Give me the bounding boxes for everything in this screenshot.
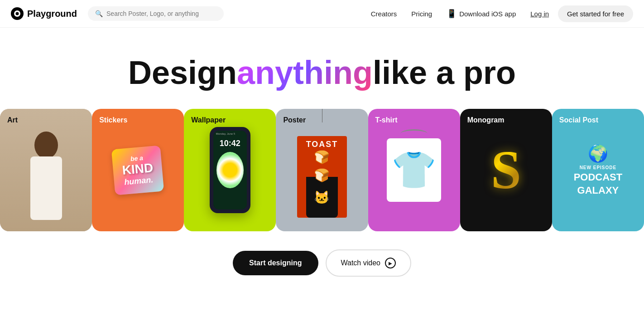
card-monogram[interactable]: Monogram S xyxy=(460,109,552,231)
hero-word-anything: anything xyxy=(237,54,373,91)
tshirt-icon: 👕 xyxy=(391,152,437,188)
watch-label: Watch video xyxy=(341,259,380,267)
logo-text: Playground xyxy=(27,9,77,19)
phone-frame: Monday, June 5 10:42 xyxy=(210,127,250,213)
phone-icon: 📱 xyxy=(447,9,457,19)
creators-link[interactable]: Creators xyxy=(365,6,403,21)
poster-frame: 🍞 🐱 TOAST xyxy=(297,136,347,218)
card-tshirt[interactable]: T-shirt 👕 xyxy=(368,109,460,231)
pricing-link[interactable]: Pricing xyxy=(406,6,437,21)
get-started-button[interactable]: Get started for free xyxy=(558,5,633,22)
navbar: Playground 🔍 Creators Pricing 📱 Download… xyxy=(0,0,644,28)
hero-word-design: Design xyxy=(128,54,237,91)
card-art-label: Art xyxy=(7,116,18,124)
phone-screen: Monday, June 5 10:42 xyxy=(213,131,247,210)
card-wallpaper-label: Wallpaper xyxy=(191,116,226,124)
social-content: 🌍 NEW EPISODE PODCAST GALAXY xyxy=(552,109,644,231)
card-poster[interactable]: Poster 🍞 🐱 TOAST xyxy=(276,109,368,231)
phone-time: 10:42 xyxy=(213,137,247,150)
hero-word-rest: like a pro xyxy=(373,54,516,91)
poster-title: TOAST xyxy=(306,140,338,149)
social-post-image: 🌍 NEW EPISODE PODCAST GALAXY xyxy=(552,109,644,231)
card-wallpaper[interactable]: Wallpaper Monday, June 5 10:42 xyxy=(184,109,276,231)
art-silhouette xyxy=(26,132,67,231)
card-social[interactable]: Social Post 🌍 NEW EPISODE PODCAST GALAXY xyxy=(552,109,644,231)
watch-video-button[interactable]: Watch video ▶ xyxy=(326,249,411,277)
poster-content: 🍞 🐱 TOAST xyxy=(276,109,368,231)
logo-link[interactable]: Playground xyxy=(11,7,77,20)
card-stickers[interactable]: Stickers be a KIND human. xyxy=(92,109,184,231)
card-art[interactable]: Art xyxy=(0,109,92,231)
phone-date: Monday, June 5 xyxy=(216,132,235,135)
ios-label: Download iOS app xyxy=(459,10,516,18)
social-new-ep: NEW EPISODE xyxy=(580,165,617,170)
ios-link[interactable]: 📱 Download iOS app xyxy=(441,5,521,22)
phone-status: Monday, June 5 xyxy=(213,131,247,137)
card-tshirt-label: T-shirt xyxy=(375,116,398,124)
tshirt-content: 👕 xyxy=(368,109,460,231)
phone-flower xyxy=(216,152,244,188)
search-input[interactable] xyxy=(106,10,215,17)
card-monogram-label: Monogram xyxy=(467,116,505,124)
login-link[interactable]: Log in xyxy=(525,6,554,21)
card-social-label: Social Post xyxy=(559,116,598,124)
monogram-content: S xyxy=(460,109,552,231)
sticker-badge: be a KIND human. xyxy=(111,145,164,195)
toast-icon: 🍞 xyxy=(314,150,330,165)
art-figure xyxy=(0,109,92,231)
monogram-letter: S xyxy=(491,143,521,197)
search-bar: 🔍 xyxy=(88,6,224,21)
hero-title: Designanythinglike a pro xyxy=(11,55,633,91)
tshirt-display: 👕 xyxy=(387,138,441,202)
social-galaxy: GALAXY xyxy=(577,185,619,196)
wallpaper-content: Monday, June 5 10:42 xyxy=(184,109,276,231)
poster-cat: 🐱 xyxy=(306,177,338,218)
social-podcast: PODCAST xyxy=(574,172,623,183)
play-icon: ▶ xyxy=(385,258,396,268)
cards-row: Art Stickers be a KIND human. Wallpaper xyxy=(0,109,644,231)
nav-links: Creators Pricing 📱 Download iOS app Log … xyxy=(365,5,633,22)
hero-section: Designanythinglike a pro xyxy=(0,28,644,109)
search-icon: 🔍 xyxy=(95,10,103,17)
start-designing-button[interactable]: Start designing xyxy=(233,251,318,275)
card-stickers-label: Stickers xyxy=(99,116,127,124)
logo-icon xyxy=(11,7,24,20)
sticker-content: be a KIND human. xyxy=(92,109,184,231)
poster-wire xyxy=(322,109,322,122)
cta-row: Start designing Watch video ▶ xyxy=(0,231,644,288)
card-poster-label: Poster xyxy=(283,116,306,124)
earth-icon: 🌍 xyxy=(588,144,608,163)
hanger xyxy=(400,129,428,138)
poster-wrapper: 🍞 🐱 TOAST xyxy=(297,122,347,218)
